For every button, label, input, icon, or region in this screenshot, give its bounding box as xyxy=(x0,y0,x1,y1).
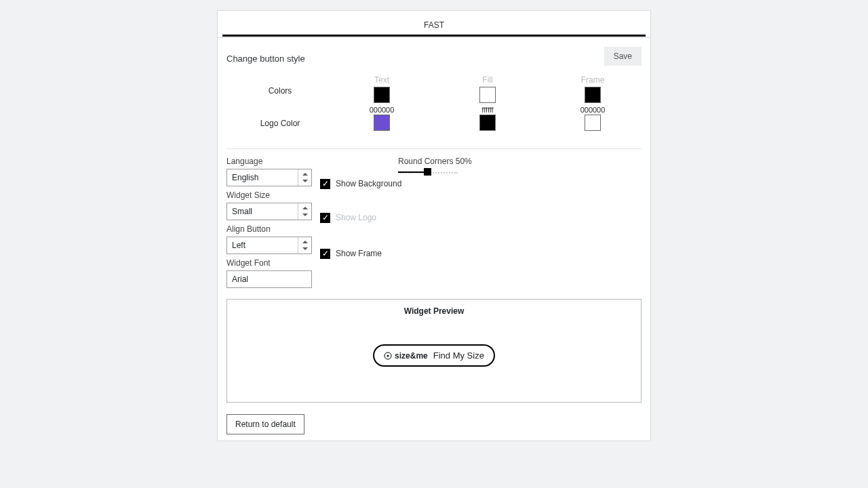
round-corners-slider[interactable] xyxy=(398,171,458,173)
logo-opt-2 xyxy=(460,115,515,131)
content: Change button style Save Colors Text 000… xyxy=(226,47,642,431)
widget-cta: Find My Size xyxy=(433,350,484,361)
color-frame-col: Frame 000000 xyxy=(566,75,620,114)
colors-grid: Colors Text 000000 Fill ffffff Frame 000… xyxy=(226,75,642,142)
round-corners-label: Round Corners 50% xyxy=(398,157,513,166)
logo-opt-3-swatch[interactable] xyxy=(585,115,601,131)
widget-preview-title: Widget Preview xyxy=(227,306,641,316)
widget-preview-area: Widget Preview size&me Find My Size xyxy=(226,299,642,403)
show-frame-label: Show Frame xyxy=(336,249,382,258)
form-left: Language English Widget Size Small Align… xyxy=(226,157,315,292)
logo-opt-1-swatch[interactable] xyxy=(374,115,390,131)
section-title: Change button style xyxy=(226,54,305,64)
color-frame-swatch[interactable] xyxy=(585,87,601,103)
logo-opt-2-swatch[interactable] xyxy=(479,115,496,131)
return-to-default-button[interactable]: Return to default xyxy=(226,414,304,434)
save-button[interactable]: Save xyxy=(604,47,642,66)
divider xyxy=(226,148,642,149)
select-stepper-icon xyxy=(298,237,311,253)
color-fill-col: Fill ffffff xyxy=(460,75,515,114)
align-button-value: Left xyxy=(232,241,245,250)
color-text-swatch[interactable] xyxy=(374,87,390,103)
logo-color-row: Logo Color xyxy=(226,112,642,142)
colors-row: Colors Text 000000 Fill ffffff Frame 000… xyxy=(226,75,642,112)
color-text-col: Text 000000 xyxy=(355,75,409,114)
show-logo-row: ✓ Show Logo xyxy=(320,194,429,230)
widget-brand: size&me xyxy=(395,351,428,361)
show-frame-row: ✓ Show Frame xyxy=(320,230,429,266)
show-background-checkbox[interactable]: ✓ xyxy=(320,179,330,189)
colors-label: Colors xyxy=(240,86,320,96)
align-button-select[interactable]: Left xyxy=(226,237,312,254)
language-label: Language xyxy=(226,157,315,166)
widget-size-label: Widget Size xyxy=(226,190,315,200)
show-frame-checkbox[interactable]: ✓ xyxy=(320,249,330,259)
color-text-head: Text xyxy=(355,75,409,85)
widget-font-label: Widget Font xyxy=(226,258,315,268)
language-field: Language English xyxy=(226,157,315,186)
logo-opt-3 xyxy=(566,115,620,131)
widget-size-field: Widget Size Small xyxy=(226,190,315,220)
slider-thumb[interactable] xyxy=(424,168,431,176)
tab-underline xyxy=(222,35,646,37)
widget-logo: size&me xyxy=(384,351,428,361)
color-frame-head: Frame xyxy=(566,75,620,85)
language-value: English xyxy=(232,173,258,182)
color-fill-head: Fill xyxy=(460,75,515,85)
logo-color-label: Logo Color xyxy=(240,119,320,128)
widget-font-input[interactable]: Arial xyxy=(226,270,312,288)
tab-fast[interactable]: FAST xyxy=(424,20,444,30)
widget-font-field: Widget Font Arial xyxy=(226,258,315,288)
widget-size-value: Small xyxy=(232,207,252,216)
widget-font-value: Arial xyxy=(232,274,248,284)
sizeme-icon xyxy=(384,352,392,360)
align-button-field: Align Button Left xyxy=(226,224,315,254)
color-fill-swatch[interactable] xyxy=(479,87,496,103)
language-select[interactable]: English xyxy=(226,169,312,186)
show-logo-checkbox[interactable]: ✓ xyxy=(320,213,330,223)
align-button-label: Align Button xyxy=(226,224,315,234)
preview-widget-button[interactable]: size&me Find My Size xyxy=(373,344,495,367)
select-stepper-icon xyxy=(298,169,311,186)
settings-panel: FAST Change button style Save Colors Tex… xyxy=(217,10,651,441)
show-logo-label: Show Logo xyxy=(336,213,376,222)
logo-opt-1 xyxy=(355,115,409,131)
widget-size-select[interactable]: Small xyxy=(226,203,312,220)
round-corners-area: Round Corners 50% xyxy=(398,157,513,173)
select-stepper-icon xyxy=(298,203,311,220)
show-background-label: Show Background xyxy=(336,179,401,188)
tabbar: FAST xyxy=(218,11,650,38)
svg-point-1 xyxy=(387,354,389,357)
